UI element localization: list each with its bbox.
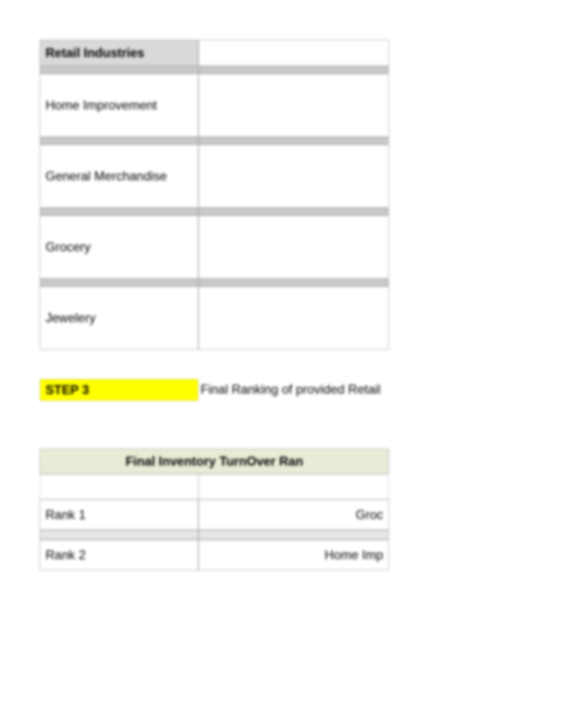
step-label: STEP 3 [40,379,198,401]
table-row: Grocery [40,215,389,279]
table-row: Jewelery [40,286,389,350]
table-row: Rank 1 Groc [40,499,389,530]
table-row: Home Improvement [40,74,389,137]
step-row: STEP 3 Final Ranking of provided Retail [40,379,389,401]
rank-value: Home Imp [198,540,389,570]
empty-cell [198,215,389,279]
table-row: Rank 2 Home Imp [40,540,389,570]
table-row: General Merchandise [40,144,389,208]
ranking-table: Final Inventory TurnOver Ran Rank 1 Groc… [40,449,389,570]
empty-cell [198,144,389,208]
table-header-row: Retail Industries [40,40,389,66]
separator-row [40,66,389,74]
ranking-header: Final Inventory TurnOver Ran [40,449,389,474]
document-content: Retail Industries Home Improvement Gener… [40,40,389,570]
empty-cell [198,74,389,137]
separator-row [40,530,389,540]
retail-industries-table: Retail Industries Home Improvement Gener… [40,40,389,350]
industry-cell: Home Improvement [40,74,198,137]
separator-row [40,208,389,215]
separator-row [40,279,389,286]
industry-cell: General Merchandise [40,144,198,208]
industry-cell: Jewelery [40,286,198,350]
rank-label: Rank 1 [40,499,198,530]
empty-cell [198,286,389,350]
step-description: Final Ranking of provided Retail [198,379,389,400]
ranking-header-row: Final Inventory TurnOver Ran [40,449,389,474]
rank-value: Groc [198,499,389,530]
industry-cell: Grocery [40,215,198,279]
retail-industries-header: Retail Industries [40,40,198,66]
empty-header-cell [198,40,389,66]
separator-row [40,137,389,144]
empty-row [40,474,389,499]
rank-label: Rank 2 [40,540,198,570]
